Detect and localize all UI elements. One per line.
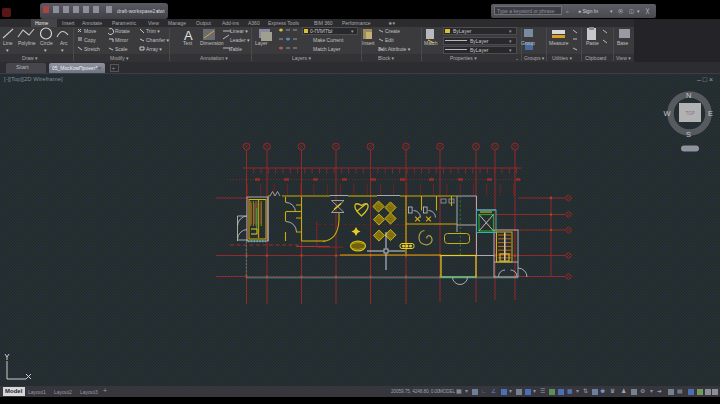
svg-text:S: S bbox=[686, 130, 691, 139]
svg-text:[-][Top][2D Wireframe]: [-][Top][2D Wireframe] bbox=[4, 76, 63, 82]
svg-text:W: W bbox=[664, 109, 672, 118]
svg-text:TOP: TOP bbox=[686, 111, 695, 116]
svg-text:– □ ×: – □ × bbox=[697, 76, 713, 83]
svg-text:N: N bbox=[686, 91, 691, 100]
svg-text:E: E bbox=[708, 109, 713, 118]
